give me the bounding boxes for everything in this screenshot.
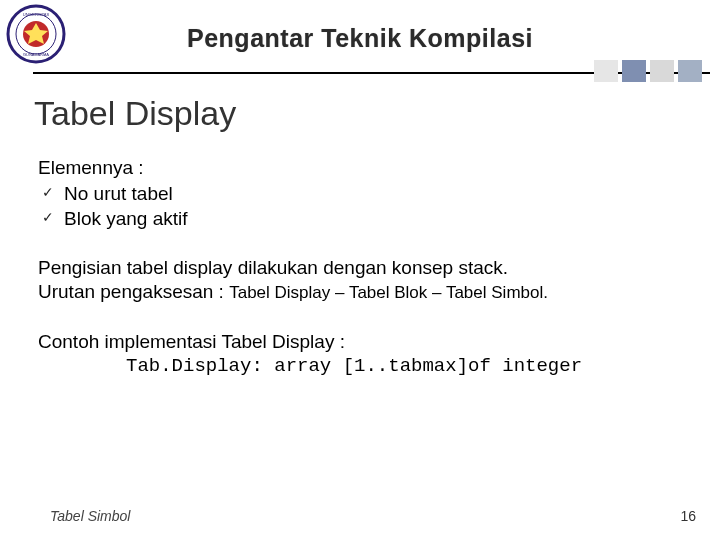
text-tail: Tabel Display – Tabel Blok – Tabel Simbo…	[229, 283, 548, 302]
text-line: Urutan pengaksesan : Tabel Display – Tab…	[38, 280, 690, 304]
impl-heading: Contoh implementasi Tabel Display :	[38, 330, 690, 354]
svg-text:UNIVERSITAS: UNIVERSITAS	[23, 12, 50, 17]
text-lead: Urutan pengaksesan :	[38, 281, 229, 302]
course-title: Pengantar Teknik Kompilasi	[0, 24, 720, 53]
slide-title: Tabel Display	[34, 94, 236, 133]
footer-topic: Tabel Simbol	[50, 508, 130, 524]
paragraph-stack: Pengisian tabel display dilakukan dengan…	[38, 256, 690, 304]
decorative-bars	[594, 60, 702, 82]
list-item: Blok yang aktif	[38, 207, 690, 231]
list-item: No urut tabel	[38, 182, 690, 206]
elements-list: No urut tabel Blok yang aktif	[38, 182, 690, 231]
slide-body: Elemennya : No urut tabel Blok yang akti…	[38, 156, 690, 378]
page-number: 16	[680, 508, 696, 524]
code-example: Tab.Display: array [1..tabmax]of integer	[38, 355, 690, 379]
slide-header: UNIVERSITAS GUNADARMA Pengantar Teknik K…	[0, 0, 720, 75]
text-line: Pengisian tabel display dilakukan dengan…	[38, 256, 690, 280]
elements-heading: Elemennya :	[38, 156, 690, 180]
